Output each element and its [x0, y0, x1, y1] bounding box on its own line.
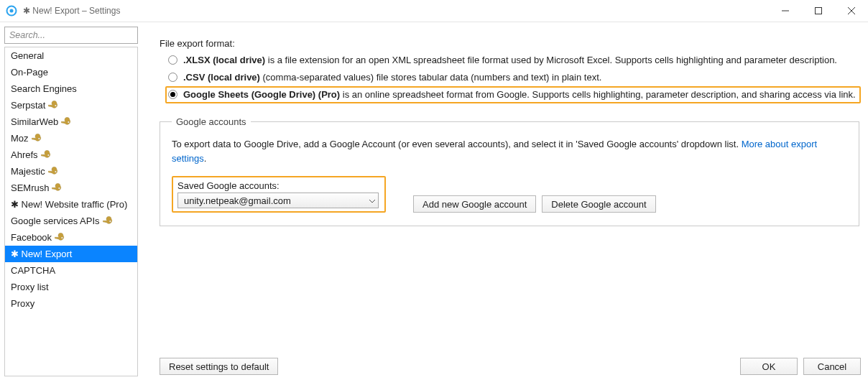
- sidebar-item-label: ✱ New! Export: [11, 249, 72, 259]
- svg-rect-2: [816, 8, 822, 14]
- format-option[interactable]: .CSV (local drive) (comma-separated valu…: [165, 69, 861, 86]
- sidebar-item-label: Proxy list: [11, 282, 49, 292]
- titlebar: ✱ New! Export – Settings: [0, 0, 868, 22]
- close-button[interactable]: [835, 0, 868, 22]
- saved-accounts-dropdown[interactable]: unity.netpeak@gmail.com: [177, 193, 379, 208]
- add-account-button[interactable]: Add new Google account: [413, 195, 536, 213]
- saved-accounts-block: Saved Google accounts: unity.netpeak@gma…: [172, 176, 386, 213]
- radio-icon: [168, 73, 177, 82]
- format-option-text: .XLSX (local drive) is a file extension …: [183, 54, 837, 67]
- sidebar-item[interactable]: ✱ New! Website traffic (Pro): [5, 196, 137, 213]
- sidebar-item[interactable]: Proxy: [5, 295, 137, 312]
- sidebar-item[interactable]: Facebook: [5, 229, 137, 246]
- sidebar-item[interactable]: Majestic: [5, 163, 137, 180]
- key-icon: [52, 183, 62, 193]
- sidebar-item-label: Google services APIs: [11, 216, 100, 226]
- key-icon: [61, 117, 71, 127]
- chevron-down-icon: [369, 195, 375, 206]
- sidebar-item[interactable]: CAPTCHA: [5, 262, 137, 279]
- sidebar-item[interactable]: Search Engines: [5, 80, 137, 97]
- sidebar-item-label: SEMrush: [11, 182, 49, 193]
- sidebar-item[interactable]: Moz: [5, 130, 137, 147]
- sidebar-item-label: Ahrefs: [11, 149, 38, 160]
- sidebar-item-label: Search Engines: [11, 83, 77, 94]
- radio-icon: [168, 55, 177, 65]
- sidebar-item-label: ✱ New! Website traffic (Pro): [11, 199, 127, 210]
- ok-button[interactable]: OK: [740, 358, 798, 375]
- accounts-hint: To export data to Google Drive, add a Go…: [172, 137, 847, 166]
- search-input[interactable]: Search...: [4, 27, 138, 44]
- accounts-hint-prefix: To export data to Google Drive, add a Go…: [172, 139, 742, 149]
- key-icon: [41, 150, 51, 160]
- delete-account-button[interactable]: Delete Google account: [542, 195, 655, 213]
- sidebar-item-label: Serpstat: [11, 100, 45, 111]
- cancel-button[interactable]: Cancel: [803, 358, 861, 375]
- accounts-hint-suffix: .: [204, 153, 207, 164]
- sidebar-item[interactable]: ✱ New! Export: [5, 246, 137, 262]
- sidebar: Search... GeneralOn-PageSearch EnginesSe…: [0, 22, 141, 380]
- sidebar-item-label: Proxy: [11, 298, 34, 309]
- footer: Reset settings to default OK Cancel: [160, 358, 861, 375]
- sidebar-item[interactable]: General: [5, 47, 137, 64]
- google-accounts-fieldset: Google accounts To export data to Google…: [160, 116, 859, 226]
- sidebar-item[interactable]: SimilarWeb: [5, 113, 137, 130]
- radio-icon: [168, 90, 177, 99]
- sidebar-item-label: Moz: [11, 133, 29, 144]
- sidebar-item-label: CAPTCHA: [11, 265, 55, 276]
- sidebar-item[interactable]: Ahrefs: [5, 147, 137, 163]
- sidebar-item-label: Facebook: [11, 232, 52, 243]
- saved-accounts-label: Saved Google accounts:: [177, 180, 380, 191]
- sidebar-item-label: Majestic: [11, 166, 45, 177]
- format-radio-group: .XLSX (local drive) is a file extension …: [165, 52, 861, 103]
- sidebar-item[interactable]: Serpstat: [5, 97, 137, 113]
- saved-accounts-value: unity.netpeak@gmail.com: [184, 195, 291, 206]
- sidebar-nav: GeneralOn-PageSearch EnginesSerpstatSimi…: [4, 47, 138, 376]
- format-option[interactable]: .XLSX (local drive) is a file extension …: [165, 52, 861, 69]
- key-icon: [48, 101, 58, 111]
- format-label: File export format:: [160, 38, 861, 49]
- sidebar-item[interactable]: Proxy list: [5, 279, 137, 295]
- key-icon: [32, 134, 42, 144]
- svg-point-1: [10, 9, 14, 13]
- maximize-button[interactable]: [802, 0, 835, 22]
- sidebar-item-label: General: [11, 50, 44, 61]
- sidebar-item[interactable]: SEMrush: [5, 180, 137, 196]
- key-icon: [55, 233, 65, 243]
- format-option[interactable]: Google Sheets (Google Drive) (Pro) is an…: [165, 86, 861, 103]
- accounts-legend: Google accounts: [172, 116, 251, 127]
- app-icon: [6, 5, 17, 17]
- window-title: ✱ New! Export – Settings: [23, 6, 120, 16]
- format-option-text: .CSV (local drive) (comma-separated valu…: [183, 71, 601, 84]
- reset-button[interactable]: Reset settings to default: [160, 358, 278, 375]
- sidebar-item-label: SimilarWeb: [11, 116, 58, 127]
- sidebar-item[interactable]: On-Page: [5, 64, 137, 80]
- search-placeholder: Search...: [9, 30, 45, 40]
- key-icon: [103, 216, 113, 226]
- key-icon: [48, 167, 58, 177]
- format-option-text: Google Sheets (Google Drive) (Pro) is an…: [183, 88, 856, 101]
- sidebar-item[interactable]: Google services APIs: [5, 213, 137, 229]
- minimize-button[interactable]: [769, 0, 802, 22]
- sidebar-item-label: On-Page: [11, 67, 48, 78]
- main-panel: File export format: .XLSX (local drive) …: [141, 22, 868, 380]
